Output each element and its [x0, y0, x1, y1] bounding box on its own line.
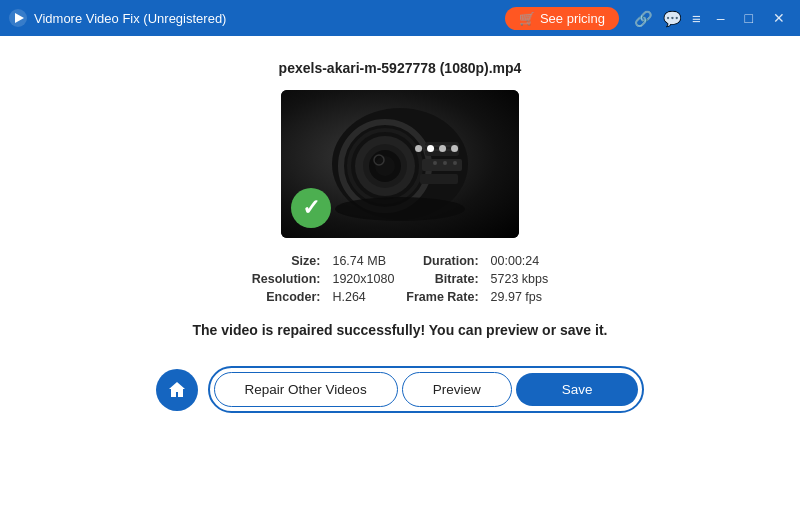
duration-label: Duration:: [406, 254, 478, 268]
preview-button[interactable]: Preview: [402, 372, 512, 407]
dot-3: [439, 145, 446, 152]
action-button-group: Repair Other Videos Preview Save: [208, 366, 645, 413]
menu-icon-button[interactable]: ≡: [687, 9, 706, 28]
dot-1: [415, 145, 422, 152]
dot-4: [451, 145, 458, 152]
repair-other-videos-button[interactable]: Repair Other Videos: [214, 372, 398, 407]
size-value: 16.74 MB: [332, 254, 394, 268]
resolution-label: Resolution:: [252, 272, 321, 286]
dot-2: [427, 145, 434, 152]
success-message: The video is repaired successfully! You …: [193, 322, 608, 338]
app-logo: [8, 8, 28, 28]
size-label: Size:: [252, 254, 321, 268]
encoder-label: Encoder:: [252, 290, 321, 304]
chat-icon-button[interactable]: 💬: [658, 9, 687, 28]
title-bar: Vidmore Video Fix (Unregistered) 🛒 See p…: [0, 0, 800, 36]
maximize-button[interactable]: □: [738, 9, 760, 27]
bitrate-value: 5723 kbps: [491, 272, 549, 286]
svg-rect-12: [420, 174, 458, 184]
main-content: pexels-akari-m-5927778 (1080p).mp4: [0, 36, 800, 519]
duration-value: 00:00:24: [491, 254, 549, 268]
svg-rect-11: [422, 159, 462, 171]
link-icon-button[interactable]: 🔗: [629, 9, 658, 28]
window-controls: – □ ✕: [710, 9, 792, 27]
video-frame-graphic: [330, 104, 470, 224]
bitrate-label: Bitrate:: [406, 272, 478, 286]
close-button[interactable]: ✕: [766, 9, 792, 27]
framerate-label: Frame Rate:: [406, 290, 478, 304]
framerate-value: 29.97 fps: [491, 290, 549, 304]
home-button[interactable]: [156, 369, 198, 411]
video-thumbnail: ✓: [281, 90, 519, 238]
cart-icon: 🛒: [519, 11, 535, 26]
encoder-value: H.264: [332, 290, 394, 304]
svg-point-18: [335, 197, 465, 221]
svg-point-17: [453, 161, 457, 165]
video-filename: pexels-akari-m-5927778 (1080p).mp4: [279, 60, 522, 76]
svg-point-8: [375, 156, 395, 176]
home-icon: [167, 380, 187, 400]
see-pricing-button[interactable]: 🛒 See pricing: [505, 7, 619, 30]
svg-point-15: [433, 161, 437, 165]
svg-point-16: [443, 161, 447, 165]
video-info-table: Size: 16.74 MB Duration: 00:00:24 Resolu…: [252, 254, 549, 304]
success-checkmark: ✓: [291, 188, 331, 228]
timeline-dots: [415, 145, 458, 152]
bottom-action-bar: Repair Other Videos Preview Save: [0, 356, 800, 429]
save-button[interactable]: Save: [516, 373, 639, 406]
app-title: Vidmore Video Fix (Unregistered): [34, 11, 505, 26]
resolution-value: 1920x1080: [332, 272, 394, 286]
minimize-button[interactable]: –: [710, 9, 732, 27]
